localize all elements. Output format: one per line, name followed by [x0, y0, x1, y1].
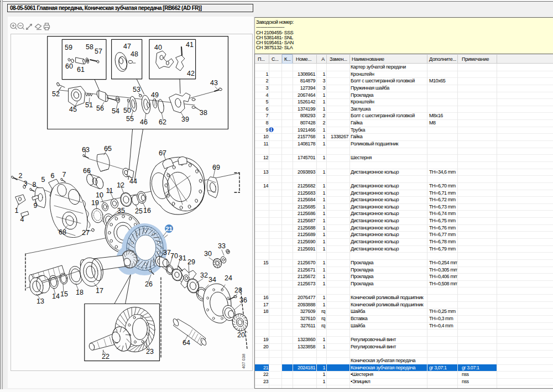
svg-text:34: 34	[208, 276, 216, 284]
svg-text:69: 69	[212, 164, 220, 171]
svg-text:10: 10	[96, 191, 103, 199]
svg-text:54: 54	[112, 107, 119, 115]
svg-text:60: 60	[65, 62, 73, 70]
svg-text:68: 68	[59, 228, 66, 236]
svg-text:65: 65	[104, 145, 112, 153]
svg-text:18: 18	[76, 289, 84, 296]
svg-text:70: 70	[170, 252, 178, 260]
svg-text:30: 30	[204, 250, 212, 258]
svg-text:31: 31	[179, 254, 186, 262]
svg-text:23: 23	[146, 348, 154, 356]
svg-text:57: 57	[95, 48, 102, 55]
svg-text:53: 53	[133, 86, 140, 93]
svg-text:5: 5	[41, 176, 45, 184]
svg-text:67: 67	[159, 149, 166, 157]
svg-text:24: 24	[225, 274, 232, 282]
svg-text:42: 42	[187, 70, 195, 77]
svg-text:28: 28	[234, 286, 242, 294]
svg-text:14: 14	[52, 292, 60, 300]
svg-text:2: 2	[19, 172, 23, 180]
svg-text:19: 19	[91, 199, 99, 207]
svg-text:48: 48	[131, 50, 138, 58]
svg-text:58: 58	[86, 43, 93, 51]
svg-text:3: 3	[24, 180, 28, 187]
svg-text:66: 66	[83, 167, 91, 175]
svg-text:8: 8	[33, 181, 36, 189]
svg-text:45: 45	[69, 106, 77, 113]
svg-text:25: 25	[135, 207, 143, 215]
svg-text:59: 59	[65, 44, 72, 51]
svg-text:62: 62	[159, 118, 166, 126]
svg-text:13: 13	[36, 297, 44, 305]
svg-text:7: 7	[62, 171, 66, 179]
svg-text:55: 55	[126, 115, 134, 123]
svg-text:61: 61	[77, 66, 85, 74]
svg-text:36: 36	[239, 296, 247, 304]
svg-text:49: 49	[151, 91, 159, 99]
svg-text:43: 43	[210, 79, 218, 87]
svg-text:21: 21	[165, 226, 173, 232]
svg-text:38: 38	[200, 109, 207, 117]
svg-text:27: 27	[82, 229, 90, 237]
svg-text:46: 46	[140, 118, 148, 126]
svg-text:50: 50	[123, 107, 131, 114]
svg-text:47: 47	[123, 43, 131, 50]
svg-text:33: 33	[218, 242, 226, 250]
svg-text:41: 41	[186, 41, 194, 49]
svg-text:40: 40	[154, 44, 162, 51]
svg-text:1: 1	[15, 207, 19, 215]
svg-text:16: 16	[143, 207, 151, 215]
svg-text:32: 32	[200, 271, 208, 279]
svg-text:6: 6	[51, 172, 55, 180]
svg-text:407 038: 407 038	[241, 354, 246, 369]
svg-text:39: 39	[181, 116, 189, 123]
svg-text:44: 44	[129, 177, 137, 185]
svg-text:15: 15	[60, 290, 68, 298]
svg-text:26: 26	[145, 280, 153, 288]
svg-text:20: 20	[237, 331, 245, 339]
svg-text:56: 56	[96, 104, 104, 112]
svg-text:17: 17	[96, 287, 103, 295]
